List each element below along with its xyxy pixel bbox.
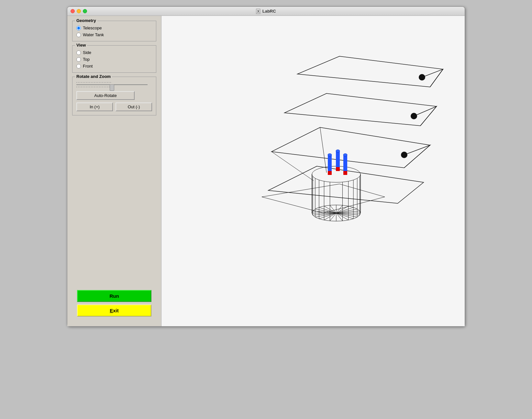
view-top-radio[interactable] xyxy=(76,57,81,62)
traffic-lights xyxy=(71,9,87,13)
main-window: X LabRC Geometry Telescope Water Tank xyxy=(67,6,465,327)
buttons-section: Auto-Rotate In (+) Out (-) xyxy=(76,91,152,111)
exit-label-rest: xit xyxy=(113,308,119,313)
rotate-zoom-panel-title: Rotate and Zoom xyxy=(75,74,112,79)
action-buttons: Run Exit xyxy=(72,287,156,321)
title-bar: X LabRC xyxy=(67,7,465,16)
view-front-radio[interactable] xyxy=(76,64,81,69)
view-top-option[interactable]: Top xyxy=(76,57,152,62)
geometry-panel-title: Geometry xyxy=(75,18,97,23)
slider-dots-top xyxy=(76,81,152,83)
geometry-radio-group: Telescope Water Tank xyxy=(76,26,152,37)
view-front-option[interactable]: Front xyxy=(76,64,152,69)
slider-wrapper xyxy=(76,84,152,85)
view-side-radio[interactable] xyxy=(76,50,81,55)
content-area: Geometry Telescope Water Tank View xyxy=(67,16,465,326)
view-top-label: Top xyxy=(83,57,90,62)
maximize-button[interactable] xyxy=(83,9,87,13)
view-panel-title: View xyxy=(75,43,87,48)
minimize-button[interactable] xyxy=(77,9,81,13)
geometry-water-tank-label: Water Tank xyxy=(83,32,104,37)
geometry-telescope-label: Telescope xyxy=(83,26,102,30)
canvas-area[interactable] xyxy=(161,16,465,326)
exit-button[interactable]: Exit xyxy=(77,305,151,317)
exit-underline-e: E xyxy=(110,308,113,313)
geometry-panel: Geometry Telescope Water Tank xyxy=(72,21,156,41)
geometry-telescope-radio[interactable] xyxy=(76,26,81,30)
title-label: LabRC xyxy=(262,9,276,14)
sidebar: Geometry Telescope Water Tank View xyxy=(67,16,161,326)
geometry-telescope-option[interactable]: Telescope xyxy=(76,26,152,30)
rotate-zoom-panel: Rotate and Zoom Auto-Rotate In (+) Out (… xyxy=(72,77,156,115)
zoom-out-button[interactable]: Out (-) xyxy=(116,102,152,111)
slider-dots-bottom xyxy=(76,86,152,88)
sidebar-spacer xyxy=(72,119,156,283)
title-icon: X xyxy=(256,9,260,14)
scene-canvas xyxy=(161,16,465,326)
zoom-buttons-row: In (+) Out (-) xyxy=(76,102,152,111)
window-title: X LabRC xyxy=(256,9,276,14)
run-button[interactable]: Run xyxy=(77,290,151,302)
slider-section xyxy=(76,81,152,88)
zoom-in-button[interactable]: In (+) xyxy=(76,102,113,111)
geometry-water-tank-option[interactable]: Water Tank xyxy=(76,32,152,37)
close-button[interactable] xyxy=(71,9,75,13)
view-radio-group: Side Top Front xyxy=(76,50,152,69)
view-panel: View Side Top Front xyxy=(72,45,156,73)
view-front-label: Front xyxy=(83,64,93,69)
rotate-zoom-slider[interactable] xyxy=(76,84,148,85)
auto-rotate-button[interactable]: Auto-Rotate xyxy=(76,91,135,100)
view-side-option[interactable]: Side xyxy=(76,50,152,55)
geometry-water-tank-radio[interactable] xyxy=(76,33,81,37)
view-side-label: Side xyxy=(83,50,91,55)
